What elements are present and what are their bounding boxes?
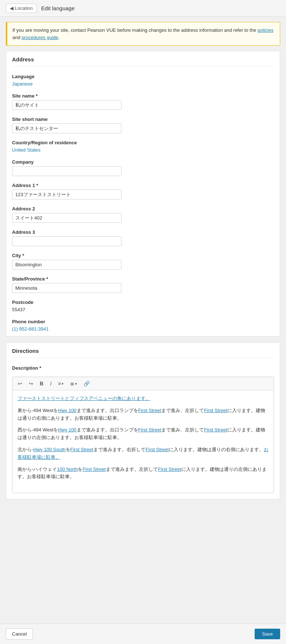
address3-group: Address 3 xyxy=(6,227,280,251)
link-button[interactable]: 🔗 xyxy=(81,379,92,388)
address-section-title: Address xyxy=(6,51,280,66)
directions-section-title: Directions xyxy=(6,343,280,358)
cancel-button[interactable]: Cancel xyxy=(6,628,33,640)
unordered-list-button[interactable]: ≡ ▾ xyxy=(55,379,66,388)
site-name-input[interactable] xyxy=(12,100,121,110)
editor-link-6[interactable]: First Street xyxy=(138,427,162,432)
page-wrapper: ◀ Location Edit language If you are movi… xyxy=(0,0,286,644)
policies-link[interactable]: policies xyxy=(258,27,273,33)
editor-body[interactable]: ファーストストリートとフィフスアベニューの角にあります。 東から-494 Wes… xyxy=(12,390,274,493)
main-content: Address Language Japanese Site name * Si… xyxy=(6,51,280,624)
editor-link-8[interactable]: Hwy 100 South xyxy=(33,447,65,452)
page-title: Edit language xyxy=(41,5,75,11)
undo-button[interactable]: ↩ xyxy=(15,379,25,388)
save-button[interactable]: Save xyxy=(255,629,280,639)
editor-link-10[interactable]: First Street xyxy=(146,447,169,452)
company-group: Company xyxy=(6,157,280,180)
directions-section: Directions Description * ↩ ↪ B I ≡ ▾ ≣ ▾… xyxy=(6,342,280,499)
editor-link-2[interactable]: Hwy 100 xyxy=(58,408,77,413)
editor-link-12[interactable]: 100 North xyxy=(57,466,78,472)
country-value: United States xyxy=(12,147,40,153)
bold-button[interactable]: B xyxy=(37,379,46,388)
language-group: Language Japanese xyxy=(6,72,280,91)
city-group: City * xyxy=(6,251,280,274)
site-short-name-input[interactable] xyxy=(12,123,121,133)
address1-input[interactable] xyxy=(12,190,121,199)
address3-label: Address 3 xyxy=(12,229,274,235)
site-short-name-group: Site short name xyxy=(6,114,280,138)
editor-line-4: 北から-Hwy 100 SouthをFirst Streetまで進みます。右折し… xyxy=(18,446,268,461)
phone-group: Phone number (1) 952-681-3941 xyxy=(6,317,280,336)
company-input[interactable] xyxy=(12,166,121,176)
address2-label: Address 2 xyxy=(12,206,274,212)
city-input[interactable] xyxy=(12,260,121,270)
postcode-value: 55437 xyxy=(12,307,25,312)
phone-label: Phone number xyxy=(12,319,274,324)
phone-value: (1) 952-681-3941 xyxy=(12,326,49,332)
editor-link-3[interactable]: First Street xyxy=(138,408,162,413)
site-short-name-label: Site short name xyxy=(12,117,274,122)
editor-line-2: 東から-494 WestをHwy 100まで進みます。出口ランプをFirst S… xyxy=(18,407,268,422)
editor-line-3: 西から-494 WestをHwy 100まで進みます。出口ランプをFirst S… xyxy=(18,426,268,442)
address2-input[interactable] xyxy=(12,213,121,223)
ordered-list-button[interactable]: ≣ ▾ xyxy=(67,379,80,388)
editor-link-7[interactable]: First Street xyxy=(204,427,227,432)
editor-line-1: ファーストストリートとフィフスアベニューの角にあります。 xyxy=(18,395,268,403)
address1-group: Address 1 * xyxy=(6,180,280,204)
alert-banner: If you are moving your site, contact Pea… xyxy=(6,22,280,46)
site-name-label: Site name * xyxy=(12,93,274,99)
language-label: Language xyxy=(12,74,274,79)
back-button[interactable]: ◀ Location xyxy=(6,4,37,13)
footer-bar: Cancel Save xyxy=(0,624,286,644)
editor-link-4[interactable]: First Street xyxy=(204,408,227,413)
postcode-group: Postcode 55437 xyxy=(6,297,280,317)
italic-button[interactable]: I xyxy=(47,379,54,388)
alert-text2: and xyxy=(12,35,22,40)
address2-group: Address 2 xyxy=(6,204,280,227)
address1-label: Address 1 * xyxy=(12,183,274,188)
editor-toolbar: ↩ ↪ B I ≡ ▾ ≣ ▾ 🔗 xyxy=(12,377,274,390)
city-label: City * xyxy=(12,253,274,258)
state-group: State/Province * xyxy=(6,274,280,297)
site-name-group: Site name * xyxy=(6,91,280,114)
editor-link-14[interactable]: First Street xyxy=(158,466,181,472)
state-label: State/Province * xyxy=(12,276,274,282)
postcode-label: Postcode xyxy=(12,300,274,305)
language-value: Japanese xyxy=(12,81,32,87)
editor-link-13[interactable]: First Street xyxy=(82,466,106,472)
address-section: Address Language Japanese Site name * Si… xyxy=(6,51,280,336)
redo-button[interactable]: ↪ xyxy=(26,379,36,388)
country-group: Country/Region of residence United State… xyxy=(6,138,280,157)
description-label: Description * xyxy=(12,365,274,371)
editor-link-5[interactable]: Hwy 100 xyxy=(58,427,77,432)
description-group: Description * xyxy=(6,363,280,377)
editor-line-5: 南から-ハイウェイ100 NorthをFirst Streetまで進みます。左折… xyxy=(18,466,268,481)
country-label: Country/Region of residence xyxy=(12,140,274,145)
alert-text: If you are moving your site, contact Pea… xyxy=(12,27,258,33)
editor-link-9[interactable]: First Street xyxy=(70,447,94,452)
state-input[interactable] xyxy=(12,283,121,293)
procedures-link[interactable]: procedures guide xyxy=(22,35,58,40)
editor-link-1[interactable]: ファーストストリートとフィフスアベニューの角にあります。 xyxy=(18,396,150,401)
address3-input[interactable] xyxy=(12,236,121,246)
header: ◀ Location Edit language xyxy=(0,0,286,17)
company-label: Company xyxy=(12,159,274,165)
rich-text-editor: ↩ ↪ B I ≡ ▾ ≣ ▾ 🔗 ファーストストリートとフィフスアベニューの角… xyxy=(12,377,274,493)
